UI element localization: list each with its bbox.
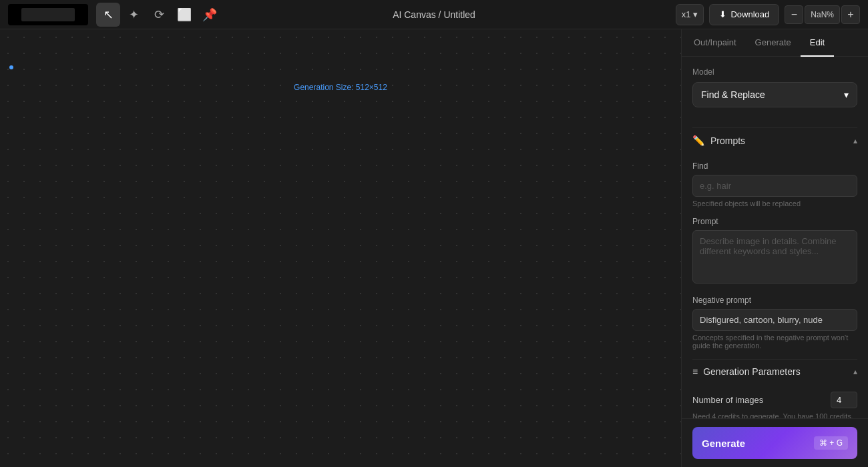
find-hint: Specified objects will be replaced <box>692 199 857 207</box>
zoom-preset-value: x1 <box>682 9 691 19</box>
model-select[interactable]: Find & Replace ▾ <box>692 82 857 107</box>
zoom-in-btn[interactable]: + <box>841 5 860 24</box>
find-input[interactable] <box>692 175 857 197</box>
panel-body: Model Find & Replace ▾ ✏️ Prompts ▴ Find… <box>682 57 868 418</box>
refresh-tool-btn[interactable]: ⟳ <box>147 3 171 27</box>
find-field-group: Find Specified objects will be replaced <box>692 161 857 207</box>
num-images-input[interactable] <box>831 392 857 408</box>
generate-label: Generate <box>702 438 745 449</box>
canvas-corner-dot <box>9 65 13 69</box>
pin-tool-btn[interactable]: 📌 <box>198 3 222 27</box>
prompts-label: Prompts <box>710 135 745 146</box>
download-button[interactable]: ⬇ Download <box>709 4 779 25</box>
topbar-right: x1 ▾ ⬇ Download − NaN% + <box>676 4 860 25</box>
topbar: ↖ ✦ ⟳ ⬜ 📌 AI Canvas / Untitled x1 ▾ ⬇ Do… <box>0 0 868 29</box>
cursor-tool-btn[interactable]: ↖ <box>96 3 120 27</box>
prompt-field-group: Prompt <box>692 217 857 286</box>
model-label: Model <box>692 67 857 77</box>
logo <box>8 4 88 25</box>
zoom-controls: − NaN% + <box>785 5 860 24</box>
num-images-row: Number of images <box>692 392 857 408</box>
zoom-out-btn[interactable]: − <box>785 5 803 24</box>
download-label: Download <box>730 9 769 19</box>
main-area: Generation Size: 512×512 Out/Inpaint Gen… <box>0 29 868 467</box>
find-label: Find <box>692 161 857 171</box>
brush-tool-btn[interactable]: ✦ <box>122 3 146 27</box>
prompts-chevron-icon: ▴ <box>853 136 857 145</box>
generate-button[interactable]: Generate ⌘ + G <box>692 427 857 459</box>
panel-tabs: Out/Inpaint Generate Edit <box>682 29 868 57</box>
image-tool-btn[interactable]: ⬜ <box>172 3 196 27</box>
negative-hint: Concepts specified in the negative promp… <box>692 334 857 350</box>
download-icon: ⬇ <box>719 9 726 19</box>
model-chevron-icon: ▾ <box>844 89 849 100</box>
credits-hint: Need 4 credits to generate. You have 100… <box>692 412 857 418</box>
sliders-icon: ≡ <box>692 366 698 377</box>
right-panel: Out/Inpaint Generate Edit Model Find & R… <box>681 29 868 467</box>
model-section: Model Find & Replace ▾ <box>692 67 857 118</box>
model-value: Find & Replace <box>701 89 765 100</box>
tab-outinpaint[interactable]: Out/Inpaint <box>684 29 746 57</box>
prompt-label: Prompt <box>692 217 857 226</box>
canvas-background <box>0 29 681 467</box>
panel-footer: Generate ⌘ + G <box>682 418 868 467</box>
topbar-left: ↖ ✦ ⟳ ⬜ 📌 <box>8 3 222 27</box>
breadcrumb: AI Canvas / Untitled <box>393 9 475 20</box>
zoom-value-display: NaN% <box>805 5 840 24</box>
generate-shortcut: ⌘ + G <box>814 436 848 450</box>
zoom-preset-select[interactable]: x1 ▾ <box>676 4 704 25</box>
negative-prompt-input[interactable] <box>692 309 857 331</box>
chevron-down-icon: ▾ <box>693 9 698 19</box>
tab-generate[interactable]: Generate <box>746 29 801 57</box>
tab-edit[interactable]: Edit <box>801 29 834 57</box>
canvas-area[interactable]: Generation Size: 512×512 <box>0 29 681 467</box>
generation-size-label: Generation Size: 512×512 <box>294 83 387 92</box>
negative-prompt-label: Negative prompt <box>692 296 857 305</box>
negative-prompt-field-group: Negative prompt // Set actual value afte… <box>692 296 857 350</box>
gen-params-header[interactable]: ≡ Generation Parameters ▴ <box>692 359 857 384</box>
gen-params-label: Generation Parameters <box>703 366 801 377</box>
num-images-label: Number of images <box>692 395 763 405</box>
gen-params-chevron-icon: ▴ <box>853 367 857 376</box>
logo-inner <box>21 8 75 21</box>
prompts-section-header[interactable]: ✏️ Prompts ▴ <box>692 127 857 153</box>
edit-icon: ✏️ <box>692 135 705 147</box>
prompt-textarea[interactable] <box>692 230 857 284</box>
